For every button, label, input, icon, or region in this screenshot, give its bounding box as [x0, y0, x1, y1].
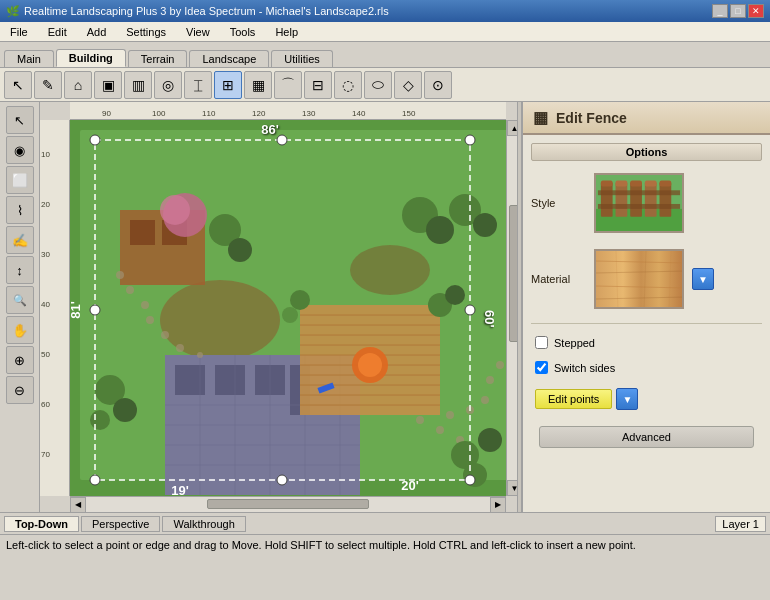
menu-file[interactable]: File: [4, 25, 34, 39]
left-tool-zoom-out[interactable]: ⊖: [6, 376, 34, 404]
tool-pillar[interactable]: ⌶: [184, 71, 212, 99]
view-tab-walkthrough[interactable]: Walkthrough: [162, 516, 245, 532]
horizontal-scrollbar[interactable]: ◀ ▶: [70, 496, 506, 512]
svg-rect-98: [598, 190, 680, 195]
menu-help[interactable]: Help: [269, 25, 304, 39]
left-tool-measure[interactable]: ↕: [6, 256, 34, 284]
left-tool-select[interactable]: ↖: [6, 106, 34, 134]
tool-box2[interactable]: ▥: [124, 71, 152, 99]
tool-oval[interactable]: ⬭: [364, 71, 392, 99]
svg-rect-99: [598, 204, 680, 209]
tool-diamond[interactable]: ◇: [394, 71, 422, 99]
svg-text:60': 60': [482, 310, 497, 328]
left-tool-zoom[interactable]: 🔍: [6, 286, 34, 314]
tab-terrain[interactable]: Terrain: [128, 50, 188, 67]
svg-rect-90: [616, 182, 628, 216]
divider: [531, 323, 762, 324]
garden-viewport[interactable]: 86' 60' 19' 81' 20' N: [70, 120, 506, 496]
svg-point-54: [426, 216, 454, 244]
svg-point-37: [161, 331, 169, 339]
svg-point-78: [90, 305, 100, 315]
tool-box[interactable]: ▣: [94, 71, 122, 99]
close-button[interactable]: ✕: [748, 4, 764, 18]
tab-building[interactable]: Building: [56, 49, 126, 67]
scroll-h-track[interactable]: [86, 497, 490, 512]
tool-wall[interactable]: ▦: [244, 71, 272, 99]
minimize-button[interactable]: _: [712, 4, 728, 18]
view-tabs: Top-Down Perspective Walkthrough Layer 1: [0, 512, 770, 534]
menu-add[interactable]: Add: [81, 25, 113, 39]
edit-points-button[interactable]: Edit points: [535, 389, 612, 409]
tool-camera[interactable]: ⊙: [424, 71, 452, 99]
statusbar: Left-click to select a point or edge and…: [0, 534, 770, 554]
edit-points-row: Edit points ▼: [531, 384, 762, 414]
tool-rock[interactable]: ◌: [334, 71, 362, 99]
panel-title: Edit Fence: [556, 110, 627, 126]
ruler-mark-130: 130: [302, 109, 315, 118]
stepped-label: Stepped: [554, 337, 595, 349]
left-tool-zoom-in[interactable]: ⊕: [6, 346, 34, 374]
tab-utilities[interactable]: Utilities: [271, 50, 332, 67]
svg-text:86': 86': [261, 122, 279, 137]
tool-circle[interactable]: ◎: [154, 71, 182, 99]
left-tool-area[interactable]: ⬜: [6, 166, 34, 194]
titlebar-title: 🌿 Realtime Landscaping Plus 3 by Idea Sp…: [6, 5, 389, 18]
menu-tools[interactable]: Tools: [224, 25, 262, 39]
scroll-h-thumb[interactable]: [207, 499, 369, 509]
stepped-checkbox[interactable]: [535, 336, 548, 349]
svg-point-71: [90, 135, 100, 145]
style-preview[interactable]: [594, 173, 684, 233]
left-tool-path[interactable]: ⌇: [6, 196, 34, 224]
svg-point-74: [465, 475, 475, 485]
left-tool-hand[interactable]: ✋: [6, 316, 34, 344]
svg-point-61: [113, 398, 137, 422]
scroll-left-button[interactable]: ◀: [70, 497, 86, 513]
tool-fence[interactable]: ⊞: [214, 71, 242, 99]
material-preview[interactable]: [594, 249, 684, 309]
ruler-top: 90 100 110 120 130 140 150: [70, 102, 506, 120]
view-tab-perspective[interactable]: Perspective: [81, 516, 160, 532]
ruler-mark-v-60: 60: [41, 400, 50, 409]
titlebar-controls[interactable]: _ □ ✕: [712, 4, 764, 18]
tab-main[interactable]: Main: [4, 50, 54, 67]
maximize-button[interactable]: □: [730, 4, 746, 18]
tool-home[interactable]: ⌂: [64, 71, 92, 99]
switch-sides-label: Switch sides: [554, 362, 615, 374]
advanced-button[interactable]: Advanced: [539, 426, 754, 448]
svg-point-31: [358, 353, 382, 377]
switch-sides-row: Switch sides: [531, 359, 762, 376]
svg-point-46: [446, 411, 454, 419]
svg-point-38: [176, 344, 184, 352]
options-section-header: Options: [531, 143, 762, 161]
material-label: Material: [531, 273, 586, 285]
left-tool-paint[interactable]: ◉: [6, 136, 34, 164]
tab-landscape[interactable]: Landscape: [189, 50, 269, 67]
svg-point-40: [141, 301, 149, 309]
svg-point-77: [277, 475, 287, 485]
menu-settings[interactable]: Settings: [120, 25, 172, 39]
menu-view[interactable]: View: [180, 25, 216, 39]
svg-rect-5: [175, 365, 205, 395]
svg-point-36: [146, 316, 154, 324]
svg-point-49: [486, 376, 494, 384]
svg-rect-6: [215, 365, 245, 395]
tool-cursor[interactable]: ↖: [4, 71, 32, 99]
panel-splitter[interactable]: [517, 102, 522, 512]
panel-content: Options Style: [523, 135, 770, 460]
app-icon: 🌿: [6, 5, 20, 18]
svg-point-68: [228, 238, 252, 262]
ruler-mark-110: 110: [202, 109, 215, 118]
view-tab-topdown[interactable]: Top-Down: [4, 516, 79, 532]
tool-arch[interactable]: ⌒: [274, 71, 302, 99]
scroll-right-button[interactable]: ▶: [490, 497, 506, 513]
tool-steps[interactable]: ⊟: [304, 71, 332, 99]
style-label: Style: [531, 197, 586, 209]
menu-edit[interactable]: Edit: [42, 25, 73, 39]
stepped-row: Stepped: [531, 334, 762, 351]
canvas-area[interactable]: 90 100 110 120 130 140 150 10 20 30 40 5…: [40, 102, 522, 512]
material-dropdown-button[interactable]: ▼: [692, 268, 714, 290]
switch-sides-checkbox[interactable]: [535, 361, 548, 374]
edit-points-dropdown-button[interactable]: ▼: [616, 388, 638, 410]
left-tool-pen[interactable]: ✍: [6, 226, 34, 254]
tool-pencil[interactable]: ✎: [34, 71, 62, 99]
